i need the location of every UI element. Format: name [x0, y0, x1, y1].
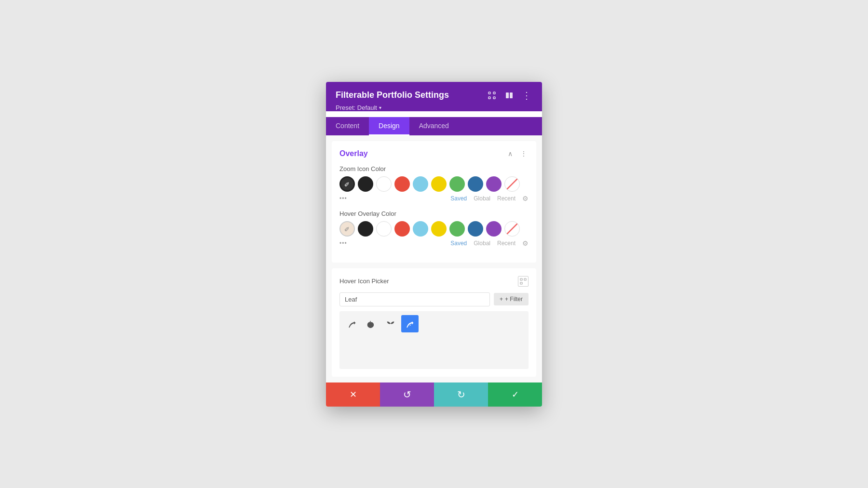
hover-swatch-white[interactable] [376, 221, 392, 237]
zoom-more-dots[interactable]: ••• [339, 195, 347, 202]
zoom-saved-label[interactable]: Saved [450, 195, 467, 202]
hover-swatch-purple[interactable] [486, 221, 502, 237]
preset-row[interactable]: Preset: Default ▾ [336, 104, 532, 111]
pencil-icon: ✏ [342, 179, 352, 189]
svg-rect-8 [520, 282, 522, 284]
hover-saved-label[interactable]: Saved [450, 240, 467, 247]
section-header: Overlay ∧ ⋮ [339, 149, 529, 158]
modal-header: Filterable Portfolio Settings [326, 82, 542, 111]
tab-bar: Content Design Advanced [326, 117, 542, 135]
hover-swatch-green[interactable] [449, 221, 465, 237]
cancel-button[interactable]: ✕ [326, 382, 380, 407]
hover-color-footer: ••• Saved Global Recent ⚙ [339, 239, 529, 247]
tab-advanced[interactable]: Advanced [409, 117, 459, 135]
svg-rect-0 [488, 92, 490, 94]
preset-label: Preset: Default [336, 104, 377, 111]
pencil-light-icon: ✏ [342, 224, 352, 234]
hover-pencil-swatch[interactable]: ✏ [339, 221, 355, 237]
icon-picker-expand-btn[interactable] [518, 276, 529, 287]
tab-design[interactable]: Design [369, 117, 409, 135]
zoom-gear-icon[interactable]: ⚙ [522, 195, 529, 202]
filter-label: + Filter [505, 296, 523, 303]
hover-global-label[interactable]: Global [474, 240, 490, 247]
cancel-icon: ✕ [350, 389, 357, 400]
svg-rect-4 [506, 92, 509, 98]
section-title: Overlay [339, 149, 368, 158]
zoom-color-footer: ••• Saved Global Recent ⚙ [339, 195, 529, 202]
icon-leaf1[interactable] [343, 315, 361, 332]
svg-rect-2 [488, 97, 490, 99]
redo-button[interactable]: ↻ [434, 382, 488, 407]
hover-icon-picker-section: Hover Icon Picker + + Filter [332, 268, 536, 377]
icon-search-input[interactable] [339, 292, 490, 306]
section-controls: ∧ ⋮ [505, 149, 529, 158]
svg-rect-5 [510, 92, 513, 98]
header-icons: ⋮ [486, 90, 532, 101]
hover-swatch-none[interactable] [504, 221, 520, 237]
icon-picker-label: Hover Icon Picker [339, 277, 389, 285]
icon-search-row: + + Filter [339, 292, 529, 306]
zoom-recent-label[interactable]: Recent [497, 195, 515, 202]
hover-overlay-color-swatches: ✏ [339, 221, 529, 237]
columns-icon[interactable] [503, 90, 515, 101]
save-icon: ✓ [512, 389, 519, 400]
zoom-global-label[interactable]: Global [474, 195, 490, 202]
icon-picker-header: Hover Icon Picker [339, 276, 529, 287]
section-more-icon[interactable]: ⋮ [519, 149, 529, 158]
hover-gear-icon[interactable]: ⚙ [522, 239, 529, 247]
header-top: Filterable Portfolio Settings [336, 90, 532, 101]
tab-content[interactable]: Content [326, 117, 369, 135]
zoom-swatch-none[interactable] [504, 176, 520, 192]
zoom-swatch-yellow[interactable] [431, 176, 447, 192]
modal-title: Filterable Portfolio Settings [336, 90, 449, 100]
modal-body: Overlay ∧ ⋮ Zoom Icon Color ✏ [326, 135, 542, 382]
hover-swatch-black[interactable] [358, 221, 373, 237]
redo-icon: ↻ [457, 389, 465, 400]
filter-plus-icon: + [500, 296, 503, 303]
icon-leaf4[interactable] [401, 315, 419, 332]
icon-grid [339, 311, 529, 369]
zoom-swatch-blue[interactable] [468, 176, 483, 192]
hover-recent-label[interactable]: Recent [497, 240, 515, 247]
hover-more-dots[interactable]: ••• [339, 240, 347, 247]
filter-button[interactable]: + + Filter [494, 293, 529, 305]
zoom-swatch-red[interactable] [394, 176, 410, 192]
modal-footer: ✕ ↺ ↻ ✓ [326, 382, 542, 407]
zoom-icon-color-field: Zoom Icon Color ✏ [339, 165, 529, 202]
overlay-section: Overlay ∧ ⋮ Zoom Icon Color ✏ [332, 141, 536, 263]
zoom-pencil-swatch[interactable]: ✏ [339, 176, 355, 192]
settings-modal: Filterable Portfolio Settings [326, 82, 542, 407]
save-button[interactable]: ✓ [488, 382, 542, 407]
zoom-icon-color-label: Zoom Icon Color [339, 165, 529, 172]
zoom-swatch-white[interactable] [376, 176, 392, 192]
icon-leaf2[interactable] [363, 315, 380, 332]
hover-dots: ••• [339, 240, 444, 247]
hover-swatch-red[interactable] [394, 221, 410, 237]
zoom-swatch-cyan[interactable] [413, 176, 428, 192]
target-icon[interactable] [486, 90, 498, 101]
svg-rect-6 [520, 278, 522, 280]
hover-swatch-yellow[interactable] [431, 221, 447, 237]
zoom-swatch-purple[interactable] [486, 176, 502, 192]
more-options-icon[interactable]: ⋮ [521, 90, 532, 101]
zoom-swatch-green[interactable] [449, 176, 465, 192]
hover-swatch-cyan[interactable] [413, 221, 428, 237]
preset-caret-icon: ▾ [379, 105, 381, 110]
collapse-icon[interactable]: ∧ [505, 149, 515, 158]
hover-overlay-color-field: Hover Overlay Color ✏ [339, 210, 529, 247]
zoom-swatch-black[interactable] [358, 176, 373, 192]
zoom-icon-color-swatches: ✏ [339, 176, 529, 192]
reset-icon: ↺ [403, 389, 411, 400]
reset-button[interactable]: ↺ [380, 382, 434, 407]
hover-swatch-blue[interactable] [468, 221, 483, 237]
svg-rect-3 [493, 97, 495, 99]
svg-rect-7 [524, 278, 526, 280]
zoom-dots: ••• [339, 195, 444, 202]
icon-leaf3[interactable] [382, 315, 399, 332]
hover-overlay-color-label: Hover Overlay Color [339, 210, 529, 217]
svg-rect-1 [493, 92, 495, 94]
